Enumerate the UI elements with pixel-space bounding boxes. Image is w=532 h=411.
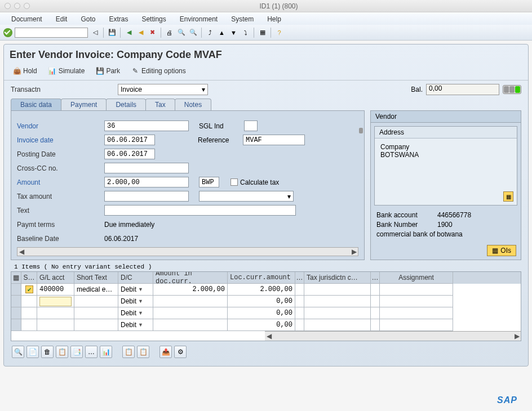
- vendor-label[interactable]: Vendor: [17, 122, 104, 130]
- dc-cell[interactable]: Debit▼: [118, 319, 153, 331]
- short-text-cell[interactable]: medical e…: [74, 284, 118, 296]
- tax-cell[interactable]: [304, 284, 371, 296]
- col-gl-account[interactable]: G/L acct: [37, 272, 74, 284]
- loc-amount-cell[interactable]: 2.000,00: [228, 284, 295, 296]
- menu-edit[interactable]: Edit: [50, 14, 73, 24]
- more2-cell[interactable]: [371, 284, 380, 296]
- menu-settings[interactable]: Settings: [136, 14, 171, 24]
- scroll-left-icon[interactable]: ◀: [265, 332, 273, 340]
- assignment-cell[interactable]: [380, 319, 453, 331]
- col-select-all[interactable]: ▦: [11, 272, 21, 284]
- scroll-left-icon[interactable]: ◀: [17, 248, 25, 256]
- more-cell[interactable]: [295, 296, 304, 307]
- vendor-input[interactable]: [104, 120, 189, 131]
- menu-help[interactable]: Help: [261, 14, 287, 24]
- amount-cell[interactable]: [153, 296, 228, 307]
- items-hscrollbar[interactable]: ◀ ▶: [265, 331, 521, 341]
- loc-amount-cell[interactable]: 0,00: [228, 319, 295, 331]
- sgl-input[interactable]: [244, 120, 258, 131]
- minimize-window-icon[interactable]: [14, 3, 20, 9]
- editing-options-button[interactable]: ✎Editing options: [128, 66, 189, 75]
- dc-cell[interactable]: Debit▼: [118, 307, 153, 319]
- settings-variant-icon[interactable]: ⚙: [174, 346, 187, 358]
- loc-amount-cell[interactable]: 0,00: [228, 296, 295, 307]
- row-selector[interactable]: [11, 319, 21, 331]
- print-icon[interactable]: 🖨: [165, 28, 174, 37]
- invoice-date-label[interactable]: Invoice date: [17, 136, 104, 144]
- park-button[interactable]: 💾Park: [92, 66, 123, 75]
- find-icon[interactable]: 🔍: [176, 28, 186, 37]
- zoom-window-icon[interactable]: [24, 3, 30, 9]
- form-hscrollbar[interactable]: ◀ ▶: [17, 247, 358, 256]
- menu-system[interactable]: System: [225, 14, 259, 24]
- col-amount[interactable]: Amount in doc.curr.: [153, 272, 228, 284]
- back-icon[interactable]: ◀: [124, 28, 134, 37]
- save-icon[interactable]: 💾: [107, 28, 117, 37]
- prev-page-icon[interactable]: ▲: [217, 28, 227, 37]
- row-selector[interactable]: [11, 307, 21, 319]
- col-dc[interactable]: D/C: [118, 272, 153, 284]
- short-text-cell[interactable]: [74, 319, 118, 331]
- menu-document[interactable]: Document: [6, 14, 48, 24]
- sort-icon[interactable]: 📊: [100, 346, 112, 358]
- export-icon[interactable]: 📤: [159, 346, 172, 358]
- clipboard-paste-icon[interactable]: 📋: [137, 346, 149, 358]
- cancel-icon[interactable]: ✖: [148, 28, 157, 37]
- dropdown-history-icon[interactable]: ◁: [90, 28, 100, 37]
- more-icon[interactable]: …: [85, 346, 97, 358]
- col-more1[interactable]: …: [295, 272, 304, 284]
- row-selector[interactable]: [11, 296, 21, 307]
- text-input[interactable]: [104, 205, 296, 216]
- window-controls[interactable]: [5, 3, 30, 9]
- new-session-icon[interactable]: ▦: [258, 28, 267, 37]
- form-scroll-handle[interactable]: [359, 128, 363, 133]
- col-short-text[interactable]: Short Text: [74, 272, 118, 284]
- more2-cell[interactable]: [371, 296, 380, 307]
- duplicate-icon[interactable]: 📑: [70, 346, 83, 358]
- tax-cell[interactable]: [304, 307, 371, 319]
- find-next-icon[interactable]: 🔍: [188, 28, 198, 37]
- loc-amount-cell[interactable]: 0,00: [228, 307, 295, 319]
- scroll-right-icon[interactable]: ▶: [350, 248, 358, 256]
- assignment-cell[interactable]: [380, 284, 453, 296]
- amount-input[interactable]: [104, 177, 189, 187]
- first-page-icon[interactable]: ⤴: [205, 28, 215, 37]
- gl-account-cell[interactable]: 400000: [37, 284, 74, 296]
- calculate-tax-checkbox[interactable]: [230, 178, 238, 186]
- assignment-cell[interactable]: [380, 296, 453, 307]
- assignment-cell[interactable]: [380, 307, 453, 319]
- gl-input[interactable]: [39, 297, 72, 306]
- short-text-cell[interactable]: [74, 296, 118, 307]
- col-status[interactable]: S…: [21, 272, 37, 284]
- amount-cell[interactable]: 2.000,00: [153, 284, 228, 296]
- tax-amount-input[interactable]: [104, 191, 189, 202]
- command-input[interactable]: [15, 28, 88, 38]
- more2-cell[interactable]: [371, 307, 380, 319]
- tab-payment[interactable]: Payment: [61, 99, 107, 110]
- gl-account-cell[interactable]: [37, 296, 74, 307]
- col-loc-amount[interactable]: Loc.curr.amount: [228, 272, 295, 284]
- col-tax-jurisdiction[interactable]: Tax jurisdictn c…: [304, 272, 371, 284]
- col-more2[interactable]: …: [371, 272, 380, 284]
- menu-environment[interactable]: Environment: [174, 14, 223, 24]
- dc-cell[interactable]: Debit▼: [118, 296, 153, 307]
- tab-details[interactable]: Details: [106, 99, 146, 110]
- next-page-icon[interactable]: ▼: [229, 28, 238, 37]
- menu-extras[interactable]: Extras: [103, 14, 134, 24]
- menu-goto[interactable]: Goto: [75, 14, 101, 24]
- ok-icon[interactable]: [3, 28, 12, 37]
- col-assignment[interactable]: Assignment: [380, 272, 453, 284]
- more2-cell[interactable]: [371, 319, 380, 331]
- tax-code-select[interactable]: ▾: [199, 191, 294, 202]
- scroll-right-icon[interactable]: ▶: [513, 332, 521, 340]
- more-cell[interactable]: [295, 319, 304, 331]
- tab-notes[interactable]: Notes: [175, 99, 211, 110]
- dc-cell[interactable]: Debit▼: [118, 284, 153, 296]
- row-selector[interactable]: [11, 284, 21, 296]
- close-window-icon[interactable]: [5, 3, 11, 9]
- crosscc-input[interactable]: [104, 163, 189, 173]
- short-text-cell[interactable]: [74, 307, 118, 319]
- tax-cell[interactable]: [304, 319, 371, 331]
- transaction-select[interactable]: Invoice ▾: [118, 84, 208, 95]
- simulate-button[interactable]: 📊Simulate: [45, 66, 88, 75]
